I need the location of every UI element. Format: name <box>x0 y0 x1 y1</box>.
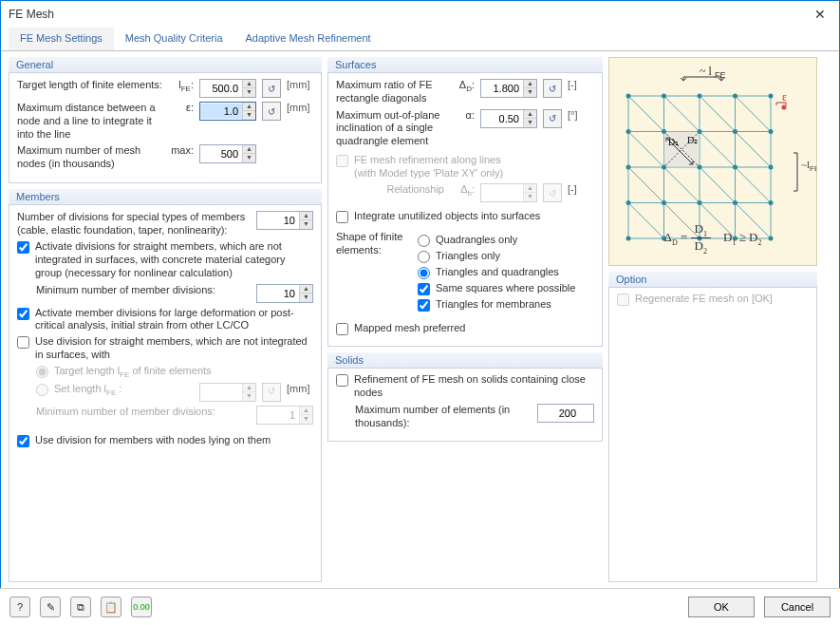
label-shape: Shape of finite elements: <box>336 231 412 257</box>
label-max-inclination: Maximum out-of-plane inclination of a si… <box>336 109 444 148</box>
radio-triangles[interactable] <box>418 251 430 263</box>
label-use-div-straight: Use division for straight members, which… <box>35 335 313 362</box>
check-refine-lines <box>336 155 348 167</box>
copy-icon[interactable]: ⧉ <box>70 597 91 617</box>
svg-point-39 <box>698 129 702 134</box>
spin-arrows-icon[interactable]: ▲▼ <box>242 80 255 97</box>
cancel-button[interactable]: Cancel <box>764 597 831 617</box>
close-icon[interactable]: ✕ <box>809 7 831 22</box>
input-max-elements[interactable]: ▲▼ <box>537 404 594 423</box>
svg-point-33 <box>662 94 666 99</box>
radio-target-length <box>36 366 48 378</box>
input-target-length[interactable]: ▲▼ <box>199 79 256 98</box>
input-min-divisions[interactable]: ▲▼ <box>256 284 313 303</box>
svg-line-17 <box>700 132 736 168</box>
tab-mesh-quality[interactable]: Mesh Quality Criteria <box>114 28 234 50</box>
label-mapped-mesh: Mapped mesh preferred <box>354 322 465 335</box>
spin-arrows-icon[interactable]: ▲▼ <box>523 110 536 127</box>
spin-arrows-icon[interactable]: ▲▼ <box>242 145 255 162</box>
reset-icon[interactable]: ↺ <box>262 79 281 98</box>
label-max-elements: Maximum number of elements (in thousands… <box>355 404 532 430</box>
label-shape-tri: Triangles only <box>436 250 500 263</box>
spin-arrows-icon[interactable]: ▲▼ <box>299 285 312 302</box>
panel-title-members: Members <box>9 189 322 205</box>
svg-text:ε: ε <box>782 90 787 104</box>
input-min-div2: ▲▼ <box>256 406 313 425</box>
label-same-squares: Same squares where possible <box>436 282 575 295</box>
radio-quadrangles[interactable] <box>418 235 430 247</box>
svg-point-37 <box>626 129 631 134</box>
label-integrate-unused: Integrate unutilized objects into surfac… <box>354 210 540 223</box>
paste-icon[interactable]: 📋 <box>101 597 121 617</box>
reset-icon[interactable]: ↺ <box>543 79 562 98</box>
radio-both[interactable] <box>418 267 430 279</box>
check-activate-large[interactable] <box>17 308 29 320</box>
svg-point-36 <box>769 94 774 99</box>
input-max-nodes[interactable]: ▲▼ <box>199 144 256 163</box>
svg-point-35 <box>733 94 737 99</box>
input-num-divisions[interactable]: ▲▼ <box>256 211 313 230</box>
svg-point-41 <box>769 129 774 134</box>
svg-point-57 <box>782 105 787 110</box>
check-mapped-mesh[interactable] <box>336 323 348 335</box>
sym-dd: ΔD: <box>450 79 475 93</box>
check-use-div-straight[interactable] <box>17 336 29 349</box>
check-same-squares[interactable] <box>418 283 430 295</box>
svg-text:FE: FE <box>810 164 816 173</box>
spin-arrows-icon[interactable]: ▲▼ <box>242 103 255 120</box>
reset-icon: ↺ <box>543 183 562 202</box>
tab-fe-mesh-settings[interactable]: FE Mesh Settings <box>9 28 114 50</box>
panel-general: General Target length of finite elements… <box>9 57 322 183</box>
edit-icon[interactable]: ✎ <box>40 597 61 617</box>
panel-title-solids: Solids <box>327 352 603 369</box>
sym-alpha: α: <box>450 109 475 121</box>
label-refine-lines: FE mesh refinement along lines (with Mod… <box>354 154 503 180</box>
reset-icon[interactable]: ↺ <box>262 102 281 121</box>
input-relationship: ▲▼ <box>480 183 537 202</box>
panel-title-general: General <box>9 57 322 73</box>
label-shape-both: Triangles and quadrangles <box>436 266 559 279</box>
check-triangles-membranes[interactable] <box>418 299 430 312</box>
svg-line-22 <box>736 167 772 203</box>
check-use-div-nodes[interactable] <box>17 435 29 447</box>
svg-text:~l: ~l <box>801 159 810 170</box>
input-max-ratio[interactable]: ▲▼ <box>480 79 537 98</box>
sym-max: max: <box>169 144 194 156</box>
svg-text:D₂: D₂ <box>687 135 698 145</box>
label-max-nodes: Maximum number of mesh nodes (in thousan… <box>17 144 163 171</box>
svg-point-38 <box>662 129 666 134</box>
svg-line-20 <box>664 167 700 203</box>
svg-line-19 <box>628 167 664 203</box>
panel-title-option: Option <box>608 272 817 288</box>
input-max-inclination[interactable]: ▲▼ <box>480 109 537 128</box>
svg-point-50 <box>733 200 737 205</box>
svg-line-21 <box>700 167 736 203</box>
ok-button[interactable]: OK <box>688 597 755 617</box>
check-refine-solids[interactable] <box>336 374 348 387</box>
check-activate-straight[interactable] <box>17 241 29 254</box>
sym-db: Δb: <box>450 183 475 198</box>
svg-point-51 <box>769 200 774 205</box>
panel-solids: Solids Refinement of FE mesh on solids c… <box>327 352 603 442</box>
svg-point-48 <box>662 200 666 205</box>
tab-adaptive-refinement[interactable]: Adaptive Mesh Refinement <box>234 28 383 50</box>
label-num-divisions: Number of divisions for special types of… <box>17 211 251 237</box>
radio-set-length <box>36 384 48 396</box>
input-max-distance[interactable]: ▲▼ <box>199 102 256 121</box>
panel-surfaces: Surfaces Maximum ratio of FE rectangle d… <box>327 57 603 347</box>
unit-deg: [°] <box>568 109 594 121</box>
label-tri-membranes: Triangles for membranes <box>436 298 551 312</box>
svg-line-15 <box>736 96 772 132</box>
spin-arrows-icon[interactable]: ▲▼ <box>299 212 312 229</box>
svg-point-34 <box>698 94 702 99</box>
reset-icon[interactable]: ↺ <box>543 109 562 128</box>
label-min-div2: Minimum number of member divisions: <box>36 406 251 419</box>
spin-arrows-icon[interactable]: ▲▼ <box>523 80 536 97</box>
check-integrate-unused[interactable] <box>336 211 348 223</box>
reset-icon: ↺ <box>262 383 281 402</box>
label-regenerate: Regenerate FE mesh on [OK] <box>635 293 773 306</box>
units-icon[interactable]: 0.00 <box>131 597 152 617</box>
svg-point-32 <box>626 94 631 99</box>
svg-point-49 <box>698 200 702 205</box>
help-icon[interactable]: ? <box>9 597 30 617</box>
